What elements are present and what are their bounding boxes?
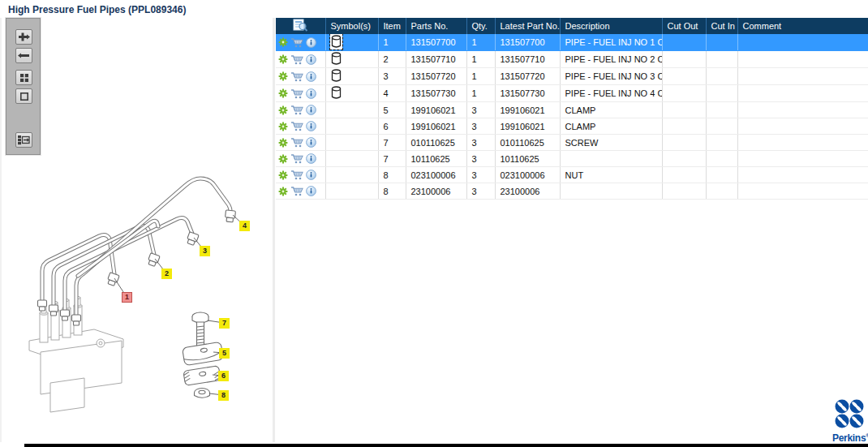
info-icon[interactable] xyxy=(306,186,316,196)
table-row[interactable]: 61991060213199106021CLAMP xyxy=(276,118,868,135)
column-header-cut-out[interactable]: Cut Out xyxy=(662,18,706,34)
cell-qty: 1 xyxy=(466,68,495,85)
cart-icon[interactable] xyxy=(290,137,303,148)
cell-description: PIPE - FUEL INJ NO 2 CY xyxy=(560,51,662,68)
cell-qty: 3 xyxy=(466,102,495,118)
gear-icon[interactable] xyxy=(278,88,288,98)
callout-7[interactable]: 7 xyxy=(219,318,230,329)
gear-icon[interactable] xyxy=(278,54,288,64)
row-actions xyxy=(276,51,325,68)
grid-search-icon xyxy=(293,19,308,32)
cell-latest-part-no: 131507700 xyxy=(495,34,560,51)
table-row[interactable]: 31315077201131507720PIPE - FUEL INJ NO 3… xyxy=(276,68,868,85)
cell-cut-in xyxy=(706,118,737,135)
info-icon[interactable] xyxy=(306,37,316,48)
info-icon[interactable] xyxy=(306,121,316,131)
gear-icon[interactable] xyxy=(278,187,288,196)
cylinder-icon[interactable] xyxy=(331,86,342,100)
info-icon[interactable] xyxy=(306,170,316,180)
cell-cut-in xyxy=(706,167,737,183)
cell-comment xyxy=(737,68,868,85)
cell-cut-out xyxy=(662,135,706,151)
callout-4[interactable]: 4 xyxy=(239,221,250,231)
cylinder-icon[interactable] xyxy=(331,35,342,49)
column-header-cut-in[interactable]: Cut In xyxy=(706,18,737,34)
callout-6[interactable]: 6 xyxy=(218,371,229,381)
column-header-actions[interactable] xyxy=(276,18,325,34)
gear-icon[interactable] xyxy=(278,122,288,131)
diagram-panel: 12347568 xyxy=(0,18,274,442)
cell-cut-out xyxy=(662,68,706,85)
column-header-description[interactable]: Description xyxy=(560,18,662,34)
cart-icon[interactable] xyxy=(290,186,303,196)
table-row[interactable]: 41315077301131507730PIPE - FUEL INJ NO 4… xyxy=(276,85,868,102)
table-row[interactable]: 11315077001131507700PIPE - FUEL INJ NO 1… xyxy=(276,34,868,51)
cart-icon[interactable] xyxy=(290,121,303,131)
info-icon[interactable] xyxy=(306,88,316,99)
parts-table: Symbol(s)ItemParts No.Qty.Latest Part No… xyxy=(276,18,868,200)
info-icon[interactable] xyxy=(306,137,316,148)
row-symbol-cell xyxy=(325,85,378,102)
column-header-symbol-s[interactable]: Symbol(s) xyxy=(325,18,378,34)
column-header-label: Qty. xyxy=(472,21,488,31)
gear-icon[interactable] xyxy=(278,154,288,164)
perkins-wordmark: Perkins® xyxy=(832,432,866,444)
callout-2[interactable]: 2 xyxy=(161,269,172,279)
cart-icon[interactable] xyxy=(290,153,303,164)
cell-cut-out xyxy=(662,34,706,51)
column-header-comment[interactable]: Comment xyxy=(737,18,868,34)
column-header-label: Cut In xyxy=(711,21,735,31)
table-row[interactable]: 710110625310110625 xyxy=(276,151,868,167)
gear-icon[interactable] xyxy=(278,37,288,47)
table-header-row: Symbol(s)ItemParts No.Qty.Latest Part No… xyxy=(276,18,868,34)
cell-parts-no: 199106021 xyxy=(406,118,466,135)
table-row[interactable]: 51991060213199106021CLAMP xyxy=(276,102,868,118)
cell-cut-in xyxy=(706,85,737,102)
cart-icon[interactable] xyxy=(290,54,303,65)
cart-icon[interactable] xyxy=(290,105,303,115)
row-symbol-cell xyxy=(325,135,378,151)
column-header-latest-part-no[interactable]: Latest Part No. xyxy=(495,18,560,34)
gear-icon[interactable] xyxy=(278,170,288,180)
column-header-label: Parts No. xyxy=(411,21,449,31)
cart-icon[interactable] xyxy=(290,88,303,99)
callout-1[interactable]: 1 xyxy=(122,292,132,303)
info-icon[interactable] xyxy=(306,71,316,82)
table-row[interactable]: 823100006323100006 xyxy=(276,183,868,200)
gear-icon[interactable] xyxy=(278,138,288,148)
info-icon[interactable] xyxy=(306,105,316,115)
cell-comment xyxy=(737,135,868,151)
cylinder-icon[interactable] xyxy=(331,52,342,66)
cell-parts-no: 131507730 xyxy=(406,85,466,102)
column-header-parts-no[interactable]: Parts No. xyxy=(406,18,466,34)
column-header-item[interactable]: Item xyxy=(378,18,406,34)
cell-cut-out xyxy=(662,167,706,183)
callout-8[interactable]: 8 xyxy=(218,390,229,401)
info-icon[interactable] xyxy=(306,54,316,65)
cell-qty: 3 xyxy=(466,183,495,200)
cylinder-icon[interactable] xyxy=(331,69,342,83)
cart-icon[interactable] xyxy=(290,37,303,48)
table-row[interactable]: 21315077101131507710PIPE - FUEL INJ NO 2… xyxy=(276,51,868,68)
callout-3[interactable]: 3 xyxy=(200,246,210,256)
cell-cut-in xyxy=(706,34,737,51)
cell-item: 8 xyxy=(378,167,406,183)
cell-parts-no: 199106021 xyxy=(406,102,466,118)
cell-qty: 3 xyxy=(466,151,495,167)
table-row[interactable]: 80231000063023100006NUT xyxy=(276,167,868,183)
column-header-qty[interactable]: Qty. xyxy=(466,18,495,34)
cell-cut-in xyxy=(706,183,737,200)
row-symbol-cell xyxy=(325,102,378,118)
table-row[interactable]: 70101106253010110625SCREW xyxy=(276,135,868,151)
gear-icon[interactable] xyxy=(278,105,288,115)
cart-icon[interactable] xyxy=(290,71,303,82)
perkins-logo-icon xyxy=(833,398,866,429)
row-actions xyxy=(276,135,325,151)
info-icon[interactable] xyxy=(306,153,316,164)
cell-comment xyxy=(737,51,868,68)
gear-icon[interactable] xyxy=(278,71,288,81)
callout-5[interactable]: 5 xyxy=(219,348,230,359)
parts-table-area: Symbol(s)ItemParts No.Qty.Latest Part No… xyxy=(276,18,868,200)
cell-item: 1 xyxy=(378,34,406,51)
cart-icon[interactable] xyxy=(290,170,303,180)
